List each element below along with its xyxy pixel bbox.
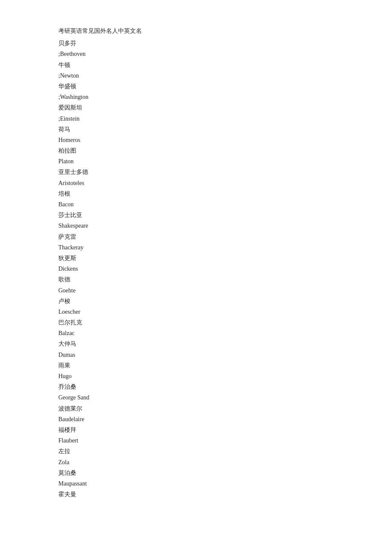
list-item: 左拉 bbox=[58, 446, 392, 457]
list-item: 福楼拜 bbox=[58, 425, 392, 435]
list-item: ;Einstein bbox=[58, 113, 392, 124]
list-item: 萨克雷 bbox=[58, 231, 392, 242]
title-text: 考研英语常见国外名人中英文名 bbox=[58, 28, 142, 34]
list-item: 莎士比亚 bbox=[58, 210, 392, 220]
list-item: George Sand bbox=[58, 392, 392, 403]
page-title: 考研英语常见国外名人中英文名 bbox=[58, 26, 392, 36]
list-item: 亚里士多德 bbox=[58, 167, 392, 177]
list-item: 乔治桑 bbox=[58, 382, 392, 392]
list-item: 霍夫曼 bbox=[58, 489, 392, 500]
list-item: 雨果 bbox=[58, 360, 392, 371]
list-item: Shakespeare bbox=[58, 220, 392, 231]
list-item: Goehte bbox=[58, 285, 392, 296]
list-item: Loescher bbox=[58, 306, 392, 317]
list-item: 莫泊桑 bbox=[58, 468, 392, 478]
list-item: Platon bbox=[58, 156, 392, 167]
list-item: ;Newton bbox=[58, 70, 392, 81]
list-item: 牛顿 bbox=[58, 60, 392, 70]
list-item: Bacon bbox=[58, 199, 392, 210]
list-item: 波德莱尔 bbox=[58, 403, 392, 414]
list-item: 培根 bbox=[58, 188, 392, 199]
list-item: Dickens bbox=[58, 263, 392, 274]
list-item: 狄更斯 bbox=[58, 253, 392, 263]
list-item: 贝多芬 bbox=[58, 38, 392, 49]
list-item: Flaubert bbox=[58, 435, 392, 446]
list-item: Balzac bbox=[58, 328, 392, 338]
list-item: Aristoteles bbox=[58, 178, 392, 188]
list-item: 柏拉图 bbox=[58, 145, 392, 156]
list-item: Dumas bbox=[58, 350, 392, 360]
list-item: Zola bbox=[58, 457, 392, 468]
list-item: 爱因斯坦 bbox=[58, 102, 392, 113]
list-item: Homeros bbox=[58, 135, 392, 145]
list-item: 歌德 bbox=[58, 274, 392, 285]
list-item: Hugo bbox=[58, 371, 392, 382]
list-item: 华盛顿 bbox=[58, 81, 392, 92]
list-item: 卢梭 bbox=[58, 296, 392, 306]
list-item: Maupassant bbox=[58, 478, 392, 489]
list-item: 巴尔扎克 bbox=[58, 317, 392, 328]
list-item: Thackeray bbox=[58, 242, 392, 253]
list-item: ;Beethoven bbox=[58, 49, 392, 59]
list-item: 大仲马 bbox=[58, 338, 392, 349]
list-item: ;Washington bbox=[58, 92, 392, 102]
list-item: Baudelaire bbox=[58, 414, 392, 425]
list-item: 荷马 bbox=[58, 124, 392, 135]
